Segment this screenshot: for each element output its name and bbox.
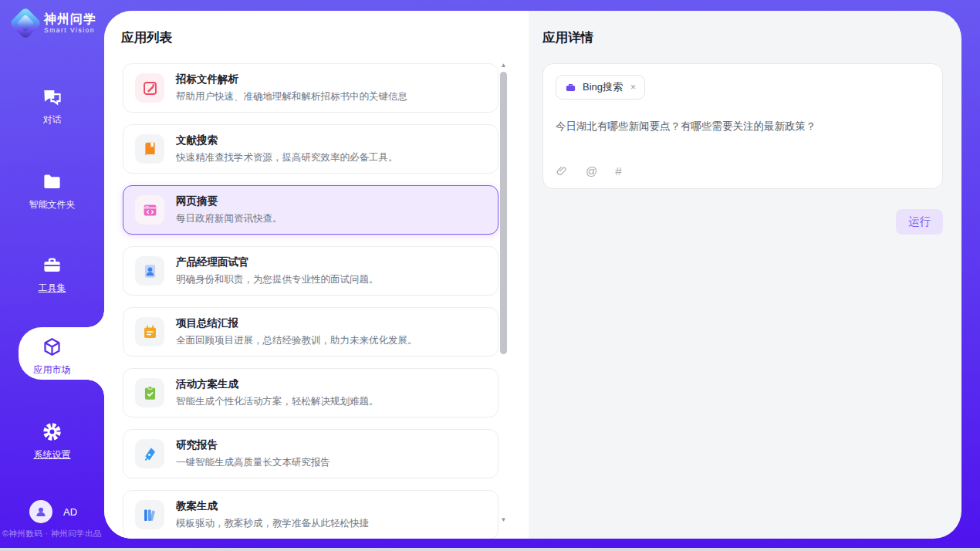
- tag-close-icon[interactable]: ×: [630, 82, 636, 93]
- mention-at-icon[interactable]: @: [586, 164, 597, 177]
- scroll-down-arrow-icon[interactable]: ▼: [499, 516, 508, 523]
- sidebar-item-label: 应用市场: [0, 363, 104, 377]
- app-card-desc: 每日政府新闻资讯快查。: [176, 212, 282, 225]
- hashtag-icon[interactable]: #: [615, 164, 621, 177]
- plan-icon: [135, 378, 164, 407]
- run-row: 运行: [542, 209, 943, 235]
- brand-diamond-icon: [9, 7, 42, 39]
- app-detail-panel: 应用详情 Bing搜索 × 今日湖北有哪些新闻要点？有哪些需要关注的最新政策？ …: [529, 11, 961, 539]
- contract-edit-icon: [135, 73, 164, 103]
- cube-icon: [42, 336, 63, 357]
- app-card-desc: 帮助用户快速、准确地理解和解析招标书中的关键信息: [176, 90, 407, 103]
- app-list-title: 应用列表: [121, 29, 172, 46]
- paperclip-icon[interactable]: [556, 165, 568, 177]
- run-button[interactable]: 运行: [896, 209, 943, 235]
- app-card-desc: 全面回顾项目进展，总结经验教训，助力未来优化发展。: [176, 334, 417, 347]
- app-title: 神州问学: [44, 12, 96, 26]
- app-card[interactable]: 活动方案生成 智能生成个性化活动方案，轻松解决规划难题。: [123, 368, 498, 417]
- app-card-name: 招标文件解析: [176, 73, 407, 86]
- webpage-icon: [135, 195, 164, 225]
- copyright-footer: ©神州数码 · 神州问学出品: [0, 529, 104, 539]
- composer-toolbar: @ #: [556, 164, 930, 177]
- sidebar-item-label: 工具集: [0, 282, 104, 295]
- sidebar-item-smart-folder[interactable]: 智能文件夹: [0, 171, 104, 211]
- sidebar-item-toolset[interactable]: 工具集: [0, 255, 104, 295]
- book-icon: [135, 134, 164, 164]
- scroll-up-arrow-icon[interactable]: ▲: [499, 62, 508, 69]
- app-card-desc: 一键智能生成高质量长文本研究报告: [176, 456, 330, 469]
- app-card[interactable]: 产品经理面试官 明确身份和职责，为您提供专业性的面试问题。: [123, 246, 498, 296]
- question-text[interactable]: 今日湖北有哪些新闻要点？有哪些需要关注的最新政策？: [556, 120, 930, 134]
- sidebar-item-label: 系统设置: [0, 448, 104, 461]
- user-name: AD: [63, 506, 77, 518]
- app-card-name: 研究报告: [176, 438, 330, 452]
- app-card[interactable]: 教案生成 模板驱动，教案秒成，教学准备从此轻松快捷: [123, 490, 498, 539]
- folder-icon: [42, 171, 63, 192]
- sidebar-item-label: 对话: [0, 113, 104, 127]
- briefcase-icon: [565, 82, 576, 93]
- interviewer-icon: [135, 256, 164, 286]
- sidebar-item-system-settings[interactable]: 系统设置: [0, 421, 104, 461]
- sidebar-item-label: 智能文件夹: [0, 198, 104, 211]
- person-icon: [34, 505, 48, 519]
- app-card-name: 教案生成: [176, 499, 369, 513]
- scrollbar[interactable]: ▲ ▼: [499, 62, 508, 523]
- toolbox-icon: [42, 255, 63, 276]
- app-card[interactable]: 研究报告 一键智能生成高质量长文本研究报告: [123, 429, 498, 478]
- chat-icon: [42, 86, 63, 107]
- tool-tag-label: Bing搜索: [583, 80, 623, 94]
- app-card-name: 活动方案生成: [176, 377, 379, 391]
- bing-search-tag[interactable]: Bing搜索 ×: [556, 75, 645, 100]
- composer-card[interactable]: Bing搜索 × 今日湖北有哪些新闻要点？有哪些需要关注的最新政策？ @ #: [542, 63, 943, 189]
- summary-icon: [135, 317, 164, 346]
- app-card-desc: 明确身份和职责，为您提供专业性的面试问题。: [176, 273, 379, 286]
- scrollbar-thumb[interactable]: [500, 72, 507, 354]
- app-list-panel: 应用列表 招标文件解析 帮助用户快速、准确地理解和解析招标书中的关键信息 文献搜…: [104, 11, 529, 539]
- app-card-desc: 快速精准查找学术资源，提高研究效率的必备工具。: [176, 151, 398, 164]
- main-content: 应用列表 招标文件解析 帮助用户快速、准确地理解和解析招标书中的关键信息 文献搜…: [104, 11, 961, 539]
- app-tagline: Smart Vision: [44, 26, 96, 34]
- sidebar-item-app-market[interactable]: 应用市场: [0, 336, 104, 377]
- app-card-name: 文献搜索: [176, 134, 398, 147]
- app-card-name: 项目总结汇报: [176, 316, 417, 330]
- research-icon: [135, 439, 164, 468]
- app-card-name: 网页摘要: [176, 194, 282, 208]
- app-card-name: 产品经理面试官: [176, 255, 379, 269]
- gear-icon: [42, 421, 63, 442]
- user-row[interactable]: AD: [29, 500, 77, 523]
- app-window: 神州问学 Smart Vision 对话 智能文件夹 工具集 应用市场 系统设置: [0, 0, 980, 548]
- app-card[interactable]: 文献搜索 快速精准查找学术资源，提高研究效率的必备工具。: [123, 124, 498, 174]
- sidebar: 神州问学 Smart Vision 对话 智能文件夹 工具集 应用市场 系统设置: [0, 0, 104, 548]
- app-detail-title: 应用详情: [542, 29, 593, 46]
- user-avatar[interactable]: [29, 500, 52, 523]
- lesson-icon: [135, 500, 164, 529]
- logo: 神州问学 Smart Vision: [14, 12, 96, 35]
- app-card[interactable]: 网页摘要 每日政府新闻资讯快查。: [123, 185, 498, 235]
- app-card-desc: 智能生成个性化活动方案，轻松解决规划难题。: [176, 395, 379, 408]
- app-card-list: 招标文件解析 帮助用户快速、准确地理解和解析招标书中的关键信息 文献搜索 快速精…: [123, 63, 498, 539]
- app-card[interactable]: 招标文件解析 帮助用户快速、准确地理解和解析招标书中的关键信息: [123, 63, 498, 113]
- sidebar-item-chat[interactable]: 对话: [0, 86, 104, 127]
- app-card-desc: 模板驱动，教案秒成，教学准备从此轻松快捷: [176, 517, 369, 530]
- app-card[interactable]: 项目总结汇报 全面回顾项目进展，总结经验教训，助力未来优化发展。: [123, 307, 498, 357]
